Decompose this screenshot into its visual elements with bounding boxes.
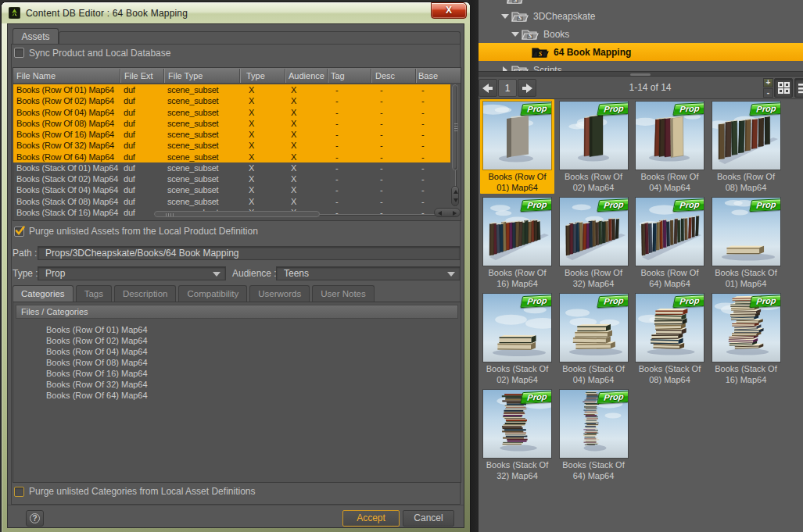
close-button[interactable]: X (431, 2, 467, 19)
column-separator[interactable] (120, 69, 120, 83)
asset-thumbnail[interactable]: Prop (483, 198, 551, 266)
asset-tile-row-64[interactable]: Prop Books (Row Of 64) Map64 (633, 195, 707, 290)
column-header-tag[interactable]: Tag (331, 68, 345, 84)
expanded-arrow-icon[interactable] (511, 30, 518, 37)
asset-thumbnail[interactable]: Prop (560, 102, 628, 170)
window-titlebar[interactable]: Content DB Editor : 64 Book Mapping X (2, 2, 470, 23)
asset-tile-stack-64[interactable]: Prop Books (Stack Of 64) Map64 (557, 387, 631, 482)
asset-thumbnail[interactable]: Prop (636, 294, 704, 362)
tree-splitter[interactable] (479, 71, 803, 77)
tab-description[interactable]: Description (114, 285, 177, 302)
table-row[interactable]: Books (Stack Of 02) Map64dufscene_subset… (13, 173, 452, 184)
tab-compatibility[interactable]: Compatibility (178, 285, 247, 302)
hscroll-step-buttons[interactable] (434, 208, 461, 217)
asset-thumbnail[interactable]: Prop (712, 198, 780, 266)
type-dropdown[interactable]: Prop (38, 266, 226, 280)
asset-tile-stack-2[interactable]: Prop Books (Stack Of 02) Map64 (480, 291, 554, 386)
column-separator[interactable] (415, 69, 416, 83)
tree-item-64-book-mapping[interactable]: S 64 Book Mapping (479, 43, 803, 61)
zoom-in-button[interactable]: + (763, 78, 773, 87)
asset-tile-stack-4[interactable]: Prop Books (Stack Of 04) Map64 (557, 291, 631, 386)
help-button[interactable]: ? (26, 510, 44, 527)
asset-tile-row-4[interactable]: Prop Books (Row Of 04) Map64 (633, 99, 707, 194)
tab-user-notes[interactable]: User Notes (312, 285, 375, 302)
sync-product-checkbox[interactable] (14, 48, 24, 58)
tree-item-scripts[interactable]: S Scripts (479, 61, 803, 71)
column-separator[interactable] (285, 69, 285, 83)
table-row[interactable]: Books (Stack Of 08) Map64dufscene_subset… (13, 196, 452, 207)
tab-categories[interactable]: Categories (13, 285, 73, 302)
table-cell: Books (Stack Of 04) Map64 (16, 184, 118, 195)
table-row[interactable]: Books (Row Of 02) Map64dufscene_subsetXX… (13, 95, 452, 106)
column-header-audience[interactable]: Audience (289, 68, 324, 84)
asset-thumbnail[interactable]: Prop (712, 294, 780, 362)
column-header-type[interactable]: Type (246, 68, 265, 84)
hscroll-thumb[interactable] (154, 211, 320, 217)
asset-thumbnail[interactable]: Prop (636, 102, 704, 170)
column-separator[interactable] (371, 69, 371, 83)
grid-view-button[interactable] (774, 78, 793, 98)
asset-tile-row-16[interactable]: Prop Books (Row Of 16) Map64 (480, 195, 554, 290)
table-row[interactable]: Books (Row Of 08) Map64dufscene_subsetXX… (13, 118, 452, 129)
cancel-button[interactable]: Cancel (403, 510, 454, 527)
previous-page-button[interactable] (479, 79, 497, 97)
tree-item-3dcheapskate[interactable]: S 3DCheapskate (479, 7, 803, 25)
table-row[interactable]: Books (Row Of 16) Map64dufscene_subsetXX… (13, 129, 452, 140)
asset-tile-stack-8[interactable]: Prop Books (Stack Of 08) Map64 (633, 291, 707, 386)
tree-item-books[interactable]: S Books (479, 25, 803, 43)
asset-thumbnail[interactable]: Prop (560, 390, 628, 458)
audience-dropdown[interactable]: Teens (276, 266, 461, 280)
column-header-desc[interactable]: Desc (375, 68, 395, 84)
column-header-file-ext[interactable]: File Ext (124, 68, 153, 84)
asset-tile-row-32[interactable]: Prop Books (Row Of 32) Map64 (557, 195, 631, 290)
column-separator[interactable] (327, 69, 328, 83)
vscroll-thumb[interactable] (452, 84, 458, 170)
table-vertical-scrollbar[interactable] (450, 84, 461, 221)
tab-userwords[interactable]: Userwords (249, 285, 310, 302)
tab-tags[interactable]: Tags (76, 285, 112, 302)
asset-thumbnail[interactable]: Prop (483, 294, 551, 362)
column-header-file-name[interactable]: File Name (16, 68, 56, 84)
column-header-base[interactable]: Base (418, 68, 438, 84)
category-file-item[interactable]: Books (Row Of 08) Map64 (46, 357, 148, 368)
column-separator[interactable] (163, 69, 164, 83)
purge-categories-checkbox[interactable] (14, 487, 24, 497)
table-row[interactable]: Books (Stack Of 04) Map64dufscene_subset… (13, 184, 452, 195)
asset-thumbnail[interactable]: Prop (636, 198, 704, 266)
asset-tile-stack-16[interactable]: Prop Books (Stack Of 16) Map64 (709, 291, 783, 386)
asset-tile-row-2[interactable]: Prop Books (Row Of 02) Map64 (557, 99, 631, 194)
asset-tile-stack-1[interactable]: Prop Books (Stack Of 01) Map64 (709, 195, 783, 290)
asset-thumbnail[interactable]: Prop (712, 102, 780, 170)
table-horizontal-scrollbar[interactable] (154, 210, 450, 218)
vscroll-step-buttons[interactable] (451, 186, 459, 206)
table-row[interactable]: Books (Row Of 64) Map64dufscene_subsetXX… (13, 152, 452, 162)
category-file-item[interactable]: Books (Row Of 64) Map64 (46, 390, 148, 401)
asset-tile-stack-32[interactable]: Prop Books (Stack Of 32) Map64 (480, 387, 554, 482)
expanded-arrow-icon[interactable] (501, 12, 508, 20)
asset-thumbnail[interactable]: Prop (560, 294, 628, 362)
category-file-item[interactable]: Books (Row Of 32) Map64 (46, 379, 148, 390)
asset-thumbnail[interactable]: Prop (560, 198, 628, 266)
table-row[interactable]: Books (Row Of 01) Map64dufscene_subsetXX… (13, 84, 452, 95)
asset-thumbnail[interactable]: Prop (483, 390, 551, 458)
category-file-item[interactable]: Books (Row Of 02) Map64 (46, 335, 148, 346)
purge-assets-checkbox[interactable] (14, 227, 24, 237)
asset-tile-row-1[interactable]: Prop Books (Row Of 01) Map64 (480, 99, 554, 194)
table-row[interactable]: Books (Row Of 04) Map64dufscene_subsetXX… (13, 107, 452, 118)
table-row[interactable]: Books (Row Of 32) Map64dufscene_subsetXX… (13, 140, 452, 151)
accept-button[interactable]: Accept (342, 510, 400, 527)
category-file-item[interactable]: Books (Row Of 04) Map64 (46, 346, 148, 357)
category-file-item[interactable]: Books (Row Of 01) Map64 (46, 324, 148, 335)
path-field[interactable]: Props/3DCheapskate/Books/64 Book Mapping (38, 246, 461, 260)
zoom-out-button[interactable]: - (763, 88, 773, 98)
prop-badge-label: Prop (522, 295, 551, 307)
list-view-button[interactable] (794, 78, 803, 98)
category-file-item[interactable]: Books (Row Of 16) Map64 (46, 368, 148, 379)
column-separator[interactable] (239, 69, 240, 83)
tab-assets[interactable]: Assets (13, 28, 59, 45)
asset-thumbnail[interactable]: Prop (483, 102, 551, 170)
asset-tile-row-8[interactable]: Prop Books (Row Of 08) Map64 (709, 99, 783, 194)
column-header-file-type[interactable]: File Type (168, 68, 203, 84)
tree-item-partial[interactable]: S (479, 0, 803, 7)
table-row[interactable]: Books (Stack Of 01) Map64dufscene_subset… (13, 162, 452, 173)
